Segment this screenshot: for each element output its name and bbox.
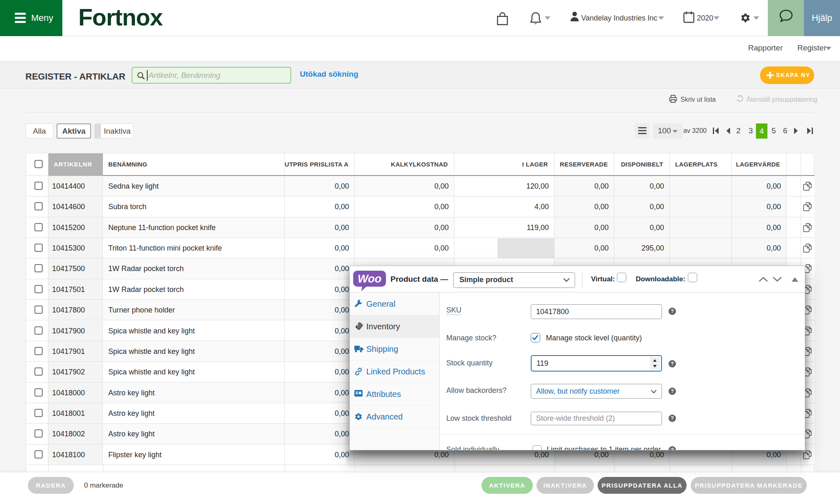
svg-text:Woo: Woo: [358, 273, 381, 285]
svg-text:Fortnox: Fortnox: [78, 5, 163, 30]
